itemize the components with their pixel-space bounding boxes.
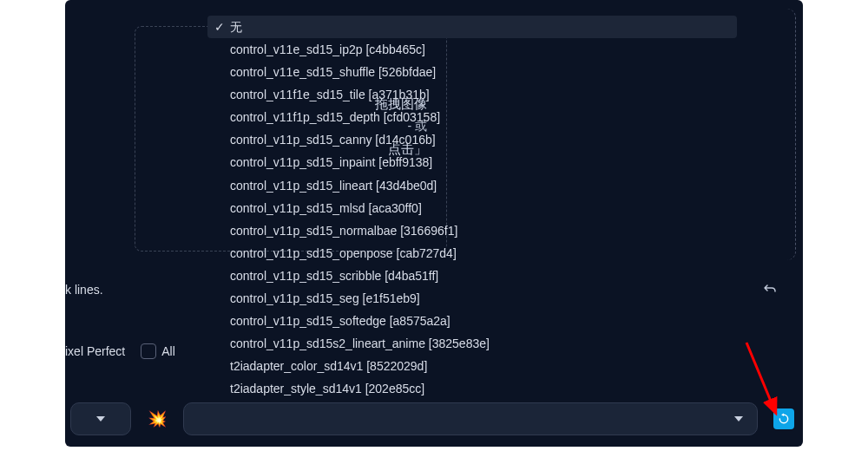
dropdown-item[interactable]: t2iadapter_color_sd14v1 [8522029d] <box>207 355 737 377</box>
dropdown-item-label: control_v11p_sd15_mlsd [aca30ff0] <box>230 201 422 215</box>
dropdown-item-label: control_v11e_sd15_shuffle [526bfdae] <box>230 65 436 79</box>
dropdown-item-label: control_v11e_sd15_ip2p [c4bb465c] <box>230 42 425 56</box>
dropdown-item-label: control_v11p_sd15_seg [e1f51eb9] <box>230 291 420 305</box>
dropdown-item[interactable]: control_v11f1p_sd15_depth [cfd03158] <box>207 106 737 128</box>
all-label: All <box>161 344 175 358</box>
dropdown-item[interactable]: t2iadapter_style_sd14v1 [202e85cc] <box>207 377 737 400</box>
dropdown-item[interactable]: control_v11p_sd15s2_lineart_anime [3825e… <box>207 332 737 355</box>
dropdown-item-label: 无 <box>230 20 242 34</box>
dropdown-item[interactable]: control_v11p_sd15_openpose [cab727d4] <box>207 242 737 265</box>
caret-down-icon <box>734 416 743 422</box>
dropdown-item-label: control_v11p_sd15_lineart [43d4be0d] <box>230 179 437 193</box>
pixel-perfect-row: ixel Perfect All <box>65 343 175 359</box>
reply-icon[interactable] <box>761 283 777 298</box>
model-select-dropdown[interactable] <box>183 402 758 435</box>
model-dropdown-list[interactable]: ✓ 无 control_v11e_sd15_ip2p [c4bb465c] co… <box>207 16 737 400</box>
dropdown-item[interactable]: control_v11p_sd15_inpaint [ebff9138] <box>207 151 737 173</box>
dropdown-item-none[interactable]: ✓ 无 <box>207 16 737 38</box>
dropdown-item[interactable]: control_v11p_sd15_seg [e1f51eb9] <box>207 287 737 310</box>
dropdown-item[interactable]: control_v11p_sd15_mlsd [aca30ff0] <box>207 197 737 219</box>
explosion-button[interactable]: 💥 <box>140 402 174 435</box>
panel-right-border <box>753 9 796 260</box>
caret-down-icon <box>96 416 105 422</box>
app-frame: 拖拽图像 - 或 点击」 ✓ 无 control_v11e_sd15_ip2p … <box>65 0 803 447</box>
dropdown-item-label: control_v11p_sd15_openpose [cab727d4] <box>230 246 457 260</box>
dropdown-item-label: control_v11p_sd15s2_lineart_anime [3825e… <box>230 337 490 350</box>
dropdown-item-label: t2iadapter_color_sd14v1 [8522029d] <box>230 359 427 373</box>
dropdown-item[interactable]: control_v11p_sd15_canny [d14c016b] <box>207 128 737 151</box>
dropdown-item[interactable]: control_v11e_sd15_ip2p [c4bb465c] <box>207 38 737 61</box>
all-checkbox[interactable] <box>141 343 156 359</box>
pixel-perfect-label: ixel Perfect <box>65 344 125 358</box>
dropdown-item[interactable]: control_v11f1e_sd15_tile [a371b31b] <box>207 83 737 106</box>
dropdown-item-label: t2iadapter_style_sd14v1 [202e85cc] <box>230 382 424 395</box>
explosion-icon: 💥 <box>148 409 167 428</box>
refresh-button[interactable] <box>773 408 794 429</box>
refresh-icon <box>778 413 790 425</box>
dropdown-item-label: control_v11p_sd15_scribble [d4ba51ff] <box>230 269 438 283</box>
preprocessor-dropdown[interactable] <box>70 402 131 435</box>
dropdown-item[interactable]: control_v11p_sd15_scribble [d4ba51ff] <box>207 265 737 287</box>
dropdown-item-label: control_v11f1p_sd15_depth [cfd03158] <box>230 110 440 124</box>
klines-label: k lines. <box>65 283 103 297</box>
dropdown-item-label: control_v11f1e_sd15_tile [a371b31b] <box>230 88 430 101</box>
dropdown-item[interactable]: control_v11p_sd15_lineart [43d4be0d] <box>207 174 737 197</box>
checkmark-icon: ✓ <box>214 16 225 37</box>
dropdown-item-label: control_v11p_sd15_softedge [a8575a2a] <box>230 314 450 328</box>
reply-arrow-icon <box>761 283 777 295</box>
dropdown-item-label: control_v11p_sd15_normalbae [316696f1] <box>230 224 457 238</box>
dropdown-item-label: control_v11p_sd15_inpaint [ebff9138] <box>230 155 432 169</box>
bottom-controls: 💥 <box>65 402 794 436</box>
dropdown-item[interactable]: control_v11p_sd15_softedge [a8575a2a] <box>207 310 737 332</box>
dropdown-item-label: control_v11p_sd15_canny [d14c016b] <box>230 133 436 147</box>
dropdown-item[interactable]: control_v11p_sd15_normalbae [316696f1] <box>207 219 737 242</box>
dropdown-item[interactable]: control_v11e_sd15_shuffle [526bfdae] <box>207 61 737 83</box>
